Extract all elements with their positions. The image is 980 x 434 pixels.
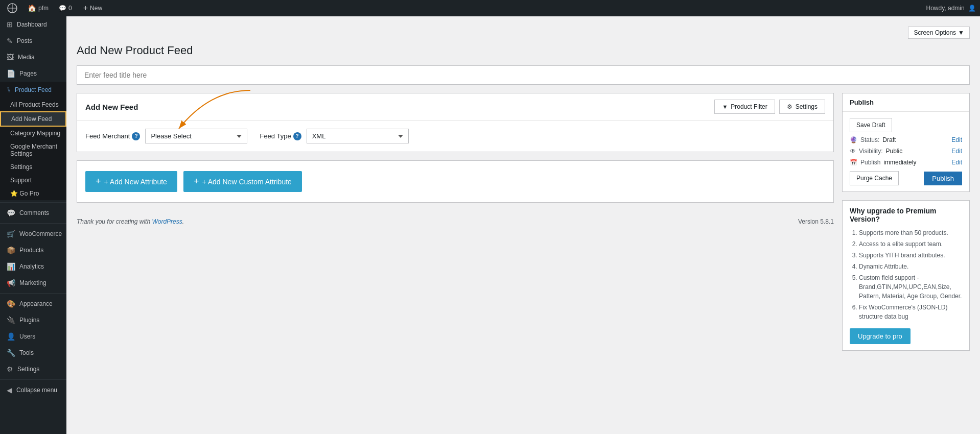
feed-fields-row: Feed Merchant ? Please Select Feed Type [85,129,825,143]
right-sidebar: Publish Save Draft 🔮 Status: Draft [842,93,970,359]
feed-merchant-label: Feed Merchant ? [85,132,140,140]
premium-feature-6: Fix WooCommerce's (JSON-LD) structure da… [859,303,962,321]
woocommerce-icon: 🛒 [7,230,15,238]
save-draft-row: Save Draft [850,118,962,132]
status-row: 🔮 Status: Draft Edit [850,136,962,143]
main-content: Screen Options ▼ Add New Product Feed [66,16,980,434]
publish-box: Publish Save Draft 🔮 Status: Draft [842,93,970,192]
publish-time-label: 📅 Publish immediately [850,159,916,166]
plus-icon-custom-attribute: + [194,176,199,187]
premium-features-list: Supports more than 50 products. Access t… [850,228,962,321]
sidebar-item-appearance[interactable]: 🎨 Appearance [0,296,66,312]
sidebar-item-go-pro[interactable]: ⭐ Go Pro [0,187,66,200]
feed-merchant-group: Feed Merchant ? Please Select [85,129,247,143]
status-label: 🔮 Status: Draft [850,136,896,143]
admin-bar-new[interactable]: + New [79,0,106,16]
product-filter-button[interactable]: ▼ Product Filter [714,100,775,114]
appearance-icon: 🎨 [7,300,15,308]
admin-bar: 🏠 pfm 💬 0 + New Howdy, admin 👤 [0,0,980,16]
sidebar-item-users[interactable]: 👤 Users [0,328,66,345]
collapse-icon: ◀ [7,386,12,394]
analytics-icon: 📊 [7,262,15,271]
sidebar-item-dashboard[interactable]: ⊞ Dashboard [0,16,66,33]
products-icon: 📦 [7,246,15,254]
feed-type-select[interactable]: XML CSV TSV TXT [307,129,409,143]
dashboard-icon: ⊞ [7,20,13,29]
save-draft-button[interactable]: Save Draft [850,118,892,132]
wordpress-link[interactable]: WordPress [152,218,182,225]
publish-button[interactable]: Publish [924,172,962,185]
sidebar-item-add-new-feed[interactable]: Add New Feed [0,111,66,127]
attribute-buttons-box: + + Add New Attribute + + Add New Custom… [77,160,834,203]
visibility-edit-link[interactable]: Edit [951,148,962,155]
publish-actions: Purge Cache Publish [850,171,962,185]
gear-icon: ⚙ [787,103,792,110]
purge-cache-button[interactable]: Purge Cache [850,171,899,185]
comments-icon: 💬 [7,209,15,217]
upgrade-to-pro-button[interactable]: Upgrade to pro [850,328,911,344]
media-icon: 🖼 [7,53,14,61]
premium-feature-2: Access to a elite support team. [859,239,962,249]
publish-box-body: Save Draft 🔮 Status: Draft Edit [843,112,969,191]
status-icon: 🔮 [850,136,857,143]
sidebar-item-all-product-feeds[interactable]: All Product Feeds [0,98,66,111]
footer-credit: Thank you for creating with WordPress. [77,218,184,225]
admin-bar-comments[interactable]: 💬 0 [56,0,75,16]
sidebar-item-settings-main[interactable]: ⚙ Settings [0,361,66,377]
visibility-label: 👁 Visibility: Public [850,148,902,155]
feed-merchant-select[interactable]: Please Select [145,129,247,143]
premium-title: Why upgrade to Premium Version? [850,207,962,223]
visibility-icon: 👁 [850,148,856,155]
premium-feature-4: Dynamic Attribute. [859,262,962,271]
sidebar-item-product-feed[interactable]: ⑊ Product Feed [0,82,66,98]
page-title: Add New Product Feed [77,44,970,57]
sidebar-item-analytics[interactable]: 📊 Analytics [0,258,66,275]
sidebar-item-marketing[interactable]: 📢 Marketing [0,275,66,291]
feed-type-help[interactable]: ? [293,132,301,140]
premium-feature-5: Custom field support - Brand,GTIN,MPN,UP… [859,273,962,301]
publish-time-edit-link[interactable]: Edit [951,159,962,166]
add-new-attribute-button[interactable]: + + Add New Attribute [85,171,177,192]
tools-icon: 🔧 [7,349,15,357]
settings-button[interactable]: ⚙ Settings [779,100,825,114]
feed-box-title: Add New Feed [85,103,138,111]
feed-box-actions: ▼ Product Filter ⚙ Settings [714,100,825,114]
sidebar-item-comments[interactable]: 💬 Comments [0,205,66,221]
feed-box-body: Feed Merchant ? Please Select Feed Type [77,120,833,152]
sidebar-item-category-mapping[interactable]: Category Mapping [0,127,66,140]
visibility-row: 👁 Visibility: Public Edit [850,148,962,155]
add-new-feed-box: Add New Feed ▼ Product Filter ⚙ Settings [77,93,834,152]
marketing-icon: 📢 [7,279,15,287]
plus-icon-attribute: + [96,176,101,187]
sidebar-item-posts[interactable]: ✎ Posts [0,33,66,49]
add-new-custom-attribute-button[interactable]: + + Add New Custom Attribute [183,171,302,192]
sidebar-item-google-merchant[interactable]: Google Merchant Settings [0,140,66,160]
feed-title-input[interactable] [77,65,970,85]
feed-merchant-help[interactable]: ? [132,132,140,140]
plugins-icon: 🔌 [7,316,15,324]
sidebar-item-collapse[interactable]: ◀ Collapse menu [0,382,66,398]
calendar-icon: 📅 [850,159,857,166]
product-feed-icon: ⑊ [7,86,11,94]
admin-bar-logo[interactable] [4,0,20,16]
sidebar-item-tools[interactable]: 🔧 Tools [0,345,66,361]
premium-box: Why upgrade to Premium Version? Supports… [842,200,970,351]
feed-box-header: Add New Feed ▼ Product Filter ⚙ Settings [77,93,833,120]
sidebar-item-pages[interactable]: 📄 Pages [0,65,66,82]
users-icon: 👤 [7,332,15,341]
sidebar-item-plugins[interactable]: 🔌 Plugins [0,312,66,328]
screen-options-button[interactable]: Screen Options ▼ [908,27,970,39]
admin-bar-site[interactable]: 🏠 pfm [25,0,52,16]
sidebar: ⊞ Dashboard ✎ Posts 🖼 Media 📄 Pages ⑊ Pr… [0,16,66,434]
status-edit-link[interactable]: Edit [951,136,962,143]
sidebar-item-products[interactable]: 📦 Products [0,242,66,258]
two-column-layout: Add New Feed ▼ Product Filter ⚙ Settings [77,93,970,359]
product-feed-submenu: All Product Feeds Add New Feed Category … [0,98,66,200]
sidebar-item-woocommerce[interactable]: 🛒 WooCommerce [0,226,66,242]
admin-bar-user: Howdy, admin 👤 [926,5,976,12]
publish-time-row: 📅 Publish immediately Edit [850,159,962,166]
premium-feature-1: Supports more than 50 products. [859,228,962,237]
sidebar-item-support[interactable]: Support [0,174,66,187]
sidebar-item-settings[interactable]: Settings [0,160,66,174]
sidebar-item-media[interactable]: 🖼 Media [0,49,66,65]
